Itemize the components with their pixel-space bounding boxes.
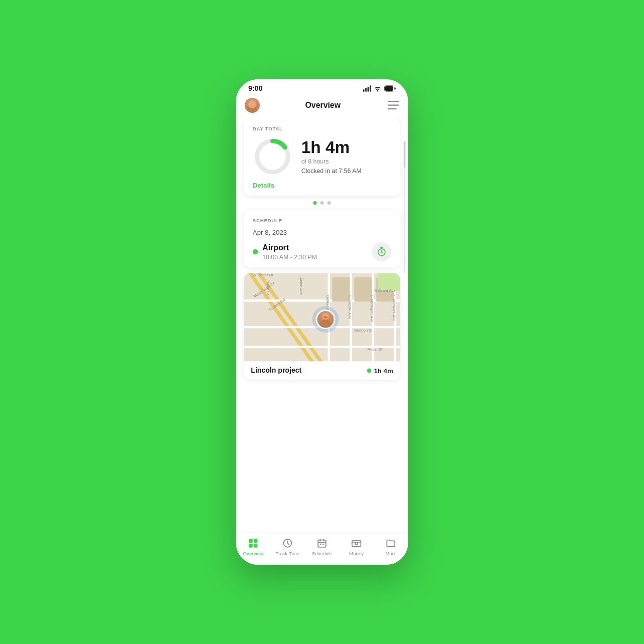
nav-item-overview[interactable]: Overview	[236, 537, 270, 556]
avatar[interactable]	[245, 98, 260, 113]
nav-item-schedule[interactable]: Schedule	[305, 537, 340, 556]
svg-rect-16	[254, 539, 258, 543]
nav-item-more[interactable]: More	[374, 537, 408, 556]
schedule-card: SCHEDULE Apr 8, 2023 Airport 10:00 AM - …	[244, 210, 400, 267]
project-status-dot	[367, 368, 371, 373]
svg-point-4	[249, 100, 255, 106]
map-area: Oakland Ave S Lincoln Ave S Michigan Ave…	[244, 273, 400, 361]
status-time: 9:00	[248, 85, 262, 93]
time-sub: of 8 hours	[301, 158, 362, 165]
svg-point-24	[355, 542, 358, 545]
map-footer: Lincoln project 1h 4m	[244, 361, 400, 380]
status-bar: 9:00	[236, 79, 408, 94]
time-display: 1h 4m	[301, 138, 362, 157]
day-total-card: DAY TOTAL 1h 4m of 8 hours Clocked in at…	[244, 118, 400, 196]
schedule-label: SCHEDULE	[253, 218, 391, 223]
svg-rect-23	[352, 541, 361, 547]
bottom-nav: Overview Track Time	[236, 533, 408, 565]
battery-icon	[384, 85, 396, 91]
header-title: Overview	[305, 101, 341, 110]
phone-frame: 9:00	[236, 79, 408, 565]
nav-item-track-time[interactable]: Track Time	[270, 537, 305, 556]
status-icons	[363, 85, 396, 91]
nav-item-money[interactable]: Money	[339, 537, 374, 556]
svg-rect-17	[249, 544, 253, 548]
nav-label-overview: Overview	[243, 551, 263, 556]
signal-icon	[363, 85, 371, 91]
svg-rect-5	[388, 101, 399, 102]
time-info: 1h 4m of 8 hours Clocked in at 7:56 AM	[301, 138, 362, 175]
nav-label-more: More	[385, 551, 396, 556]
nav-label-track-time: Track Time	[276, 551, 300, 556]
nav-label-schedule: Schedule	[312, 551, 332, 556]
schedule-date: Apr 8, 2023	[253, 228, 391, 236]
timer-button[interactable]	[372, 242, 391, 262]
svg-rect-20	[318, 540, 326, 547]
scrollbar-track	[404, 141, 406, 273]
day-total-label: DAY TOTAL	[253, 126, 391, 131]
nav-label-money: Money	[349, 551, 364, 556]
schedule-time: 10:00 AM - 2:30 PM	[262, 253, 317, 260]
dot-1[interactable]	[313, 201, 316, 205]
money-icon	[351, 537, 362, 549]
details-link[interactable]: Details	[253, 182, 274, 189]
schedule-item: Airport 10:00 AM - 2:30 PM	[253, 242, 391, 262]
svg-rect-1	[385, 86, 393, 91]
svg-rect-18	[254, 544, 258, 548]
svg-point-2	[249, 100, 256, 107]
svg-rect-6	[388, 105, 399, 106]
project-time-display: 1h 4m	[367, 367, 393, 374]
wifi-icon	[374, 85, 382, 91]
dot-2[interactable]	[320, 201, 324, 205]
map-card: Oakland Ave S Lincoln Ave S Michigan Ave…	[244, 273, 400, 380]
svg-point-12	[319, 319, 331, 329]
svg-point-3	[247, 106, 257, 113]
user-location-pin	[312, 306, 339, 333]
folder-icon	[385, 537, 397, 549]
schedule-status-dot	[253, 249, 258, 255]
svg-rect-15	[249, 539, 253, 543]
stopwatch-icon	[377, 247, 386, 256]
calendar-icon	[316, 537, 328, 549]
svg-rect-7	[388, 108, 397, 109]
project-name: Lincoln project	[251, 367, 301, 375]
scrollbar-thumb[interactable]	[404, 141, 406, 168]
pagination-dots	[244, 201, 400, 205]
menu-icon[interactable]	[386, 100, 399, 110]
svg-rect-21	[320, 544, 321, 545]
project-time-text: 1h 4m	[374, 367, 393, 374]
header: Overview	[236, 94, 408, 118]
clocked-in-text: Clocked in at 7:56 AM	[301, 168, 362, 175]
dot-3[interactable]	[328, 201, 331, 205]
schedule-title: Airport	[262, 243, 317, 252]
grid-icon	[247, 537, 259, 549]
day-total-content: 1h 4m of 8 hours Clocked in at 7:56 AM	[253, 136, 391, 176]
svg-rect-22	[323, 544, 324, 545]
svg-point-14	[324, 316, 328, 318]
content-area: DAY TOTAL 1h 4m of 8 hours Clocked in at…	[236, 118, 408, 532]
donut-chart	[253, 136, 292, 176]
clock-icon	[282, 537, 293, 549]
